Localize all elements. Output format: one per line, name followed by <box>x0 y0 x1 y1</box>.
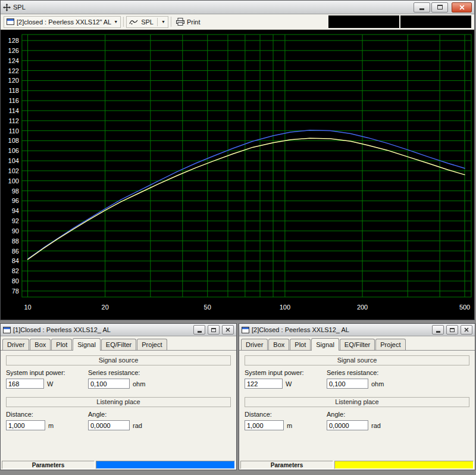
y-tick-label: 110 <box>8 127 18 135</box>
split-divider <box>157 18 158 26</box>
move-crosshair-icon <box>3 4 11 11</box>
y-tick-label: 80 <box>12 277 19 285</box>
y-tick-label: 106 <box>8 147 19 154</box>
tab-signal[interactable]: Signal <box>73 338 101 351</box>
series-resistance-input[interactable] <box>327 379 368 389</box>
series-resistance-unit: ohm <box>371 380 384 389</box>
window-2: [2]Closed : Peerless XXLS12_ AL Driver B… <box>239 323 475 470</box>
distance-input[interactable] <box>6 420 45 430</box>
printer-icon <box>176 18 184 26</box>
close-button[interactable] <box>222 325 234 335</box>
y-tick-label: 114 <box>8 107 18 114</box>
y-tick-label: 90 <box>12 227 19 235</box>
maximize-icon <box>437 5 443 10</box>
tab-box[interactable]: Box <box>30 339 51 350</box>
maximize-button[interactable] <box>431 2 448 12</box>
minimize-button[interactable] <box>432 325 444 335</box>
window2-status-bar: Parameters <box>239 460 475 470</box>
distance-label: Distance: <box>6 411 88 418</box>
signal-source-header: Signal source <box>6 355 231 365</box>
series-resistance-input[interactable] <box>88 379 130 389</box>
window2-tab-bar: Driver Box Plot Signal EQ/Filter Project <box>239 336 475 351</box>
chevron-down-icon: ▼ <box>161 20 165 24</box>
close-icon <box>459 5 465 10</box>
project-selector[interactable]: [2]closed : Peerless XXLS12" AL ▼ <box>4 16 121 28</box>
close-button[interactable] <box>461 325 472 335</box>
y-tick-label: 112 <box>8 117 18 124</box>
x-tick-label: 20 <box>102 304 109 311</box>
maximize-icon <box>450 328 455 332</box>
distance-input[interactable] <box>245 420 284 430</box>
y-tick-label: 118 <box>8 87 18 94</box>
minimize-button[interactable] <box>414 2 430 12</box>
system-input-power-unit: W <box>286 380 292 389</box>
maximize-button[interactable] <box>208 325 220 335</box>
y-tick-label: 78 <box>12 288 19 295</box>
toolbar-separator <box>171 17 171 27</box>
y-tick-label: 120 <box>8 77 19 84</box>
maximize-icon <box>211 328 216 332</box>
y-tick-label: 82 <box>12 267 19 274</box>
readout-panel-2 <box>400 15 471 28</box>
tab-project[interactable]: Project <box>137 339 167 350</box>
tab-plot[interactable]: Plot <box>51 339 72 350</box>
print-button[interactable]: Print <box>174 16 203 28</box>
window1-status-bar: Parameters <box>1 460 236 470</box>
tab-eq-filter[interactable]: EQ/Filter <box>101 339 136 350</box>
distance-unit: m <box>48 422 54 430</box>
angle-label: Angle: <box>327 411 381 418</box>
x-tick-label: 100 <box>280 304 290 311</box>
tab-plot[interactable]: Plot <box>290 339 311 350</box>
y-tick-label: 96 <box>12 197 19 204</box>
x-tick-label: 10 <box>24 304 31 311</box>
progress-bar <box>335 461 473 468</box>
angle-input[interactable] <box>88 420 130 430</box>
status-progress-cell <box>96 461 235 469</box>
curve-icon <box>129 18 139 25</box>
y-tick-label: 128 <box>8 37 19 44</box>
y-tick-label: 108 <box>8 137 19 144</box>
tab-signal[interactable]: Signal <box>311 338 339 351</box>
system-input-power-input[interactable] <box>245 379 283 389</box>
angle-input[interactable] <box>327 420 368 430</box>
project-selector-label: [2]closed : Peerless XXLS12" AL <box>17 18 111 26</box>
system-input-power-unit: W <box>47 380 53 389</box>
series-resistance-unit: ohm <box>133 380 145 389</box>
tab-eq-filter[interactable]: EQ/Filter <box>340 339 375 350</box>
tab-box[interactable]: Box <box>268 339 289 350</box>
x-tick-label: 500 <box>459 304 470 311</box>
tab-driver[interactable]: Driver <box>241 339 268 350</box>
y-tick-label: 104 <box>8 157 19 164</box>
window1-titlebar[interactable]: [1]Closed : Peerless XXLS12_ AL <box>1 324 236 336</box>
close-icon <box>464 327 469 332</box>
chevron-down-icon: ▼ <box>114 20 118 24</box>
spl-button-label: SPL <box>141 18 154 26</box>
chart-background <box>1 30 474 320</box>
close-icon <box>226 327 230 332</box>
maximize-button[interactable] <box>446 325 458 335</box>
spl-window: SPL [2]closed : Peerless XXLS12" AL ▼ SP… <box>0 0 475 320</box>
y-tick-label: 124 <box>8 57 19 64</box>
minimize-icon <box>419 8 424 10</box>
y-tick-label: 86 <box>12 248 19 255</box>
y-tick-label: 102 <box>8 167 19 174</box>
spl-titlebar[interactable]: SPL <box>1 1 474 14</box>
angle-unit: rad <box>371 422 381 430</box>
tab-project[interactable]: Project <box>375 339 405 350</box>
window-icon <box>3 327 11 333</box>
window2-titlebar[interactable]: [2]Closed : Peerless XXLS12_ AL <box>239 324 475 336</box>
toolbar-separator <box>123 17 124 27</box>
x-tick-label: 50 <box>204 304 211 311</box>
system-input-power-input[interactable] <box>6 379 44 389</box>
y-tick-label: 122 <box>8 67 19 74</box>
window1-tab-bar: Driver Box Plot Signal EQ/Filter Project <box>1 336 236 351</box>
spl-plot-type-button[interactable]: SPL ▼ <box>126 16 168 28</box>
close-button[interactable] <box>452 2 472 12</box>
progress-bar <box>96 461 234 468</box>
minimize-button[interactable] <box>193 325 205 335</box>
listening-place-header: Listening place <box>245 397 469 407</box>
minimize-icon <box>198 331 202 333</box>
print-button-label: Print <box>187 18 201 26</box>
tab-driver[interactable]: Driver <box>2 339 29 350</box>
spl-toolbar: [2]closed : Peerless XXLS12" AL ▼ SPL ▼ … <box>1 14 474 30</box>
